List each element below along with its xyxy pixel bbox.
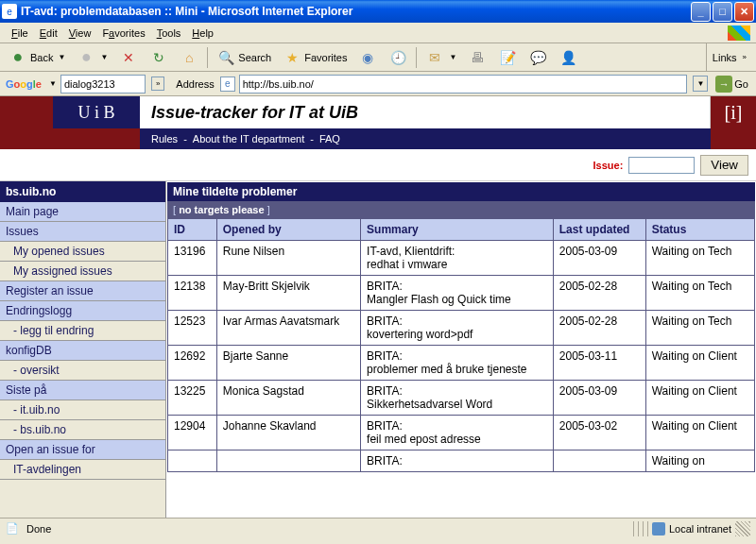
- favorites-button[interactable]: ★Favorites: [278, 45, 352, 70]
- menu-file[interactable]: File: [6, 26, 34, 41]
- col-id[interactable]: ID: [168, 219, 217, 241]
- sidebar-header: bs.uib.no: [0, 181, 165, 202]
- refresh-button[interactable]: ↻: [145, 45, 173, 70]
- url-input[interactable]: [239, 75, 688, 94]
- forward-button[interactable]: ●▼: [72, 45, 112, 70]
- links-label[interactable]: Links»: [706, 43, 752, 71]
- sidebar-item-4[interactable]: Register an issue: [0, 281, 165, 301]
- sidebar-item-1[interactable]: Issues: [0, 222, 165, 242]
- link-faq[interactable]: FAQ: [319, 133, 340, 144]
- messenger-icon: 👤: [558, 48, 577, 67]
- table-subtitle: [ no targets please ]: [167, 201, 755, 218]
- col-summary[interactable]: Summary: [361, 219, 554, 241]
- search-icon: 🔍: [216, 48, 235, 67]
- maximize-button[interactable]: □: [713, 2, 732, 22]
- page-links: Rules - About the IT department - FAQ: [140, 128, 711, 149]
- table-row[interactable]: 12138May-Britt SkjelvikBRITA: Mangler Fl…: [168, 276, 755, 311]
- cell-by: Rune Nilsen: [216, 241, 360, 276]
- menu-tools[interactable]: Tools: [151, 26, 187, 41]
- sidebar-item-11[interactable]: - bs.uib.no: [0, 420, 165, 440]
- discuss-button[interactable]: 💬: [524, 45, 552, 70]
- cell-status: Waiting on Tech: [645, 276, 754, 311]
- star-icon: ★: [283, 48, 301, 67]
- table-row[interactable]: 13196Rune NilsenIT-avd, Klientdrift: red…: [168, 241, 755, 276]
- view-button[interactable]: View: [700, 155, 748, 176]
- stop-icon: ✕: [119, 48, 138, 67]
- toolbar: ●Back▼ ●▼ ✕ ↻ ⌂ 🔍Search ★Favorites ◉ 🕘 ✉…: [0, 43, 756, 72]
- cell-status: Waiting on Tech: [645, 241, 754, 276]
- col-updated[interactable]: Last updated: [553, 219, 645, 241]
- table-row[interactable]: 12692Bjarte SanneBRITA: problemer med å …: [168, 346, 755, 381]
- print-button[interactable]: 🖶: [463, 45, 491, 70]
- cell-by: Monica Sagstad: [216, 381, 360, 416]
- google-options[interactable]: »: [151, 76, 164, 91]
- sidebar-item-8[interactable]: - oversikt: [0, 361, 165, 381]
- go-button[interactable]: →Go: [712, 76, 752, 93]
- menu-help[interactable]: Help: [186, 26, 219, 41]
- cell-summary: BRITA: Mangler Flash og Quick time: [361, 276, 554, 311]
- menu-favorites[interactable]: Favorites: [96, 26, 150, 41]
- sidebar-item-6[interactable]: - legg til endring: [0, 321, 165, 341]
- search-button[interactable]: 🔍Search: [212, 45, 276, 70]
- media-button[interactable]: ◉: [353, 45, 382, 70]
- close-button[interactable]: ✕: [734, 2, 754, 22]
- history-button[interactable]: 🕘: [384, 45, 412, 70]
- issue-input[interactable]: [628, 157, 695, 174]
- sidebar-item-2[interactable]: My opened issues: [0, 242, 165, 262]
- window-titlebar: e IT-avd: problemdatabasen :: Mini - Mic…: [0, 0, 756, 23]
- menubar: File Edit View Favorites Tools Help: [0, 23, 756, 43]
- go-icon: →: [715, 76, 732, 93]
- cell-status: Waiting on: [645, 450, 754, 472]
- cell-id: 12692: [168, 346, 217, 381]
- sidebar-item-9[interactable]: Siste på: [0, 381, 165, 400]
- home-icon: ⌂: [180, 48, 198, 67]
- info-icon[interactable]: [i]: [711, 96, 756, 128]
- discuss-icon: 💬: [528, 48, 547, 67]
- google-label: Google: [4, 78, 43, 90]
- sidebar-item-10[interactable]: - it.uib.no: [0, 400, 165, 420]
- messenger-button[interactable]: 👤: [554, 45, 582, 70]
- menu-view[interactable]: View: [63, 26, 97, 41]
- cell-updated: 2005-03-09: [553, 241, 645, 276]
- table-row[interactable]: 12523Ivar Armas AavatsmarkBRITA: koverte…: [168, 311, 755, 346]
- windows-flag-icon: [728, 26, 750, 41]
- home-button[interactable]: ⌂: [175, 45, 203, 70]
- ie-icon: e: [2, 4, 17, 19]
- cell-id: 13196: [168, 241, 217, 276]
- sidebar-item-13[interactable]: IT-avdelingen: [0, 460, 165, 480]
- link-about[interactable]: About the IT department: [193, 133, 304, 144]
- google-search-input[interactable]: [60, 75, 146, 94]
- cell-summary: BRITA: Sikkerhetsadvarsel Word: [361, 381, 554, 416]
- edit-icon: 📝: [498, 48, 517, 67]
- sidebar-item-3[interactable]: My assigned issues: [0, 262, 165, 281]
- sidebar-item-5[interactable]: Endringslogg: [0, 301, 165, 321]
- mail-button[interactable]: ✉▼: [421, 45, 461, 70]
- cell-status: Waiting on Client: [645, 381, 754, 416]
- media-icon: ◉: [358, 48, 377, 67]
- cell-id: 13225: [168, 381, 217, 416]
- col-status[interactable]: Status: [645, 219, 754, 241]
- back-button[interactable]: ●Back▼: [4, 45, 70, 70]
- table-row[interactable]: BRITA:Waiting on: [168, 450, 755, 472]
- page-status-icon: 📄: [6, 522, 19, 536]
- menu-edit[interactable]: Edit: [34, 26, 63, 41]
- sidebar-item-0[interactable]: Main page: [0, 202, 165, 222]
- refresh-icon: ↻: [149, 48, 168, 67]
- history-icon: 🕘: [388, 48, 407, 67]
- minimize-button[interactable]: _: [691, 2, 711, 22]
- col-opened-by[interactable]: Opened by: [216, 219, 360, 241]
- back-icon: ●: [9, 48, 27, 67]
- resize-grip[interactable]: [735, 521, 750, 536]
- url-dropdown[interactable]: ▼: [693, 76, 708, 92]
- cell-by: Ivar Armas Aavatsmark: [216, 311, 360, 346]
- page-content: U i B Issue-tracker for IT at UiB [i] Ru…: [0, 96, 756, 518]
- link-rules[interactable]: Rules: [151, 133, 178, 144]
- sidebar: bs.uib.no Main pageIssuesMy opened issue…: [0, 181, 166, 518]
- stop-button[interactable]: ✕: [114, 45, 143, 70]
- cell-summary: BRITA: problemer med å bruke tjeneste: [361, 346, 554, 381]
- sidebar-item-7[interactable]: konfigDB: [0, 341, 165, 361]
- table-row[interactable]: 12904Johanne SkavlandBRITA: feil med epo…: [168, 416, 755, 450]
- sidebar-item-12[interactable]: Open an issue for: [0, 440, 165, 460]
- table-row[interactable]: 13225Monica SagstadBRITA: Sikkerhetsadva…: [168, 381, 755, 416]
- edit-button[interactable]: 📝: [493, 45, 522, 70]
